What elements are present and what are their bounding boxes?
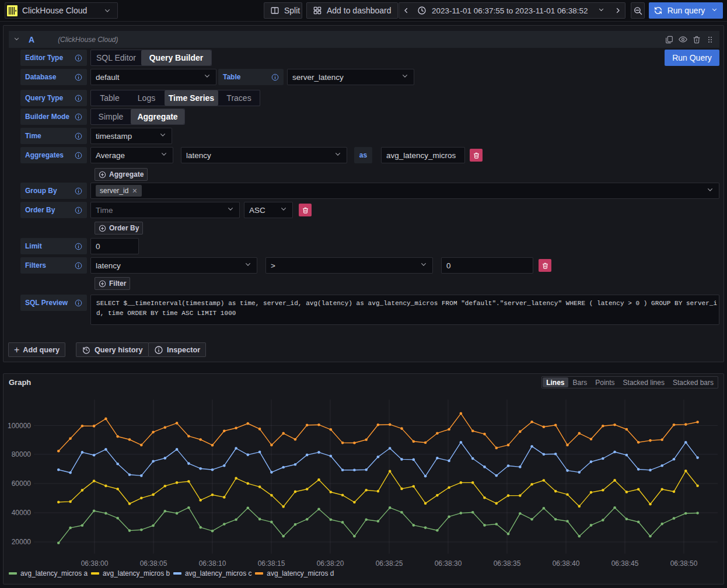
svg-text:100000: 100000 xyxy=(8,422,31,430)
svg-text:06:38:00: 06:38:00 xyxy=(81,559,109,568)
svg-text:06:38:05: 06:38:05 xyxy=(140,559,167,568)
svg-text:40000: 40000 xyxy=(12,509,32,517)
svg-text:20000: 20000 xyxy=(12,538,32,546)
svg-text:60000: 60000 xyxy=(12,480,32,488)
svg-text:06:38:25: 06:38:25 xyxy=(376,559,403,568)
svg-text:06:38:40: 06:38:40 xyxy=(553,559,580,568)
svg-text:80000: 80000 xyxy=(12,450,32,459)
svg-text:06:38:45: 06:38:45 xyxy=(611,559,639,568)
svg-text:06:38:30: 06:38:30 xyxy=(435,559,462,568)
svg-text:06:38:50: 06:38:50 xyxy=(670,559,698,568)
svg-text:06:38:10: 06:38:10 xyxy=(199,559,226,568)
svg-text:06:38:15: 06:38:15 xyxy=(258,559,285,568)
svg-text:06:38:35: 06:38:35 xyxy=(494,559,521,568)
svg-text:06:38:20: 06:38:20 xyxy=(317,559,344,568)
